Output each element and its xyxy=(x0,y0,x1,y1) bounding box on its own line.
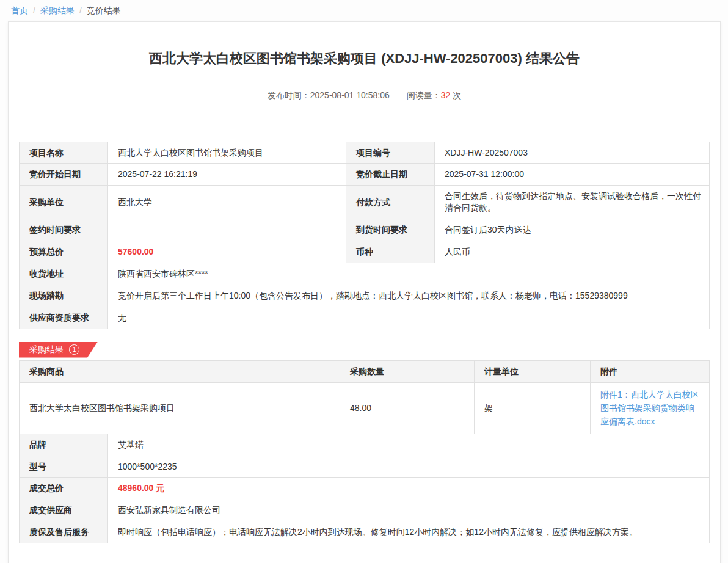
model-value: 1000*500*2235 xyxy=(108,456,710,478)
value-cell: 竞价开启后第三个工作日上午10:00（包含公告发布日），踏勘地点：西北大学太白校… xyxy=(108,285,710,307)
label-cell: 采购单位 xyxy=(20,186,108,219)
page-title: 西北大学太白校区图书馆书架采购项目 (XDJJ-HW-202507003) 结果… xyxy=(45,22,683,68)
content-area: 项目名称 西北大学太白校区图书馆书架采购项目 项目编号 XDJJ-HW-2025… xyxy=(9,142,720,544)
label-cell: 项目名称 xyxy=(20,142,108,164)
value-cell: 无 xyxy=(108,307,710,329)
breadcrumb-separator: / xyxy=(33,5,35,15)
attachment-cell: 附件1：西北大学太白校区图书馆书架采购货物类响应偏离表.docx xyxy=(591,382,710,434)
views-label: 阅读量： xyxy=(407,90,441,100)
column-header-unit: 计量单位 xyxy=(475,360,591,382)
project-info-table: 项目名称 西北大学太白校区图书馆书架采购项目 项目编号 XDJJ-HW-2025… xyxy=(19,142,710,329)
value-cell: 合同签订后30天内送达 xyxy=(435,219,710,241)
table-row: 品牌 艾基鍩 xyxy=(20,434,710,456)
breadcrumb: 首页/采购结果/竞价结果 xyxy=(0,0,728,21)
result-badge: 采购结果 1 xyxy=(19,342,98,358)
value-cell: 2025-07-22 16:21:19 xyxy=(108,164,346,186)
label-cell: 币种 xyxy=(346,241,435,263)
unit-cell: 架 xyxy=(475,382,591,434)
label-cell: 现场踏勘 xyxy=(20,285,108,307)
dashed-divider xyxy=(9,115,720,115)
table-header-row: 采购商品 采购数量 计量单位 附件 xyxy=(20,360,710,382)
label-cell: 项目编号 xyxy=(346,142,435,164)
value-cell: XDJJ-HW-202507003 xyxy=(435,142,710,164)
label-cell: 质保及售后服务 xyxy=(20,521,108,543)
brand-value: 艾基鍩 xyxy=(108,434,710,456)
label-cell: 收货地址 xyxy=(20,263,108,285)
table-row: 预算总价 57600.00 币种 人民币 xyxy=(20,241,710,263)
breadcrumb-home-link[interactable]: 首页 xyxy=(11,5,28,15)
label-cell: 成交总价 xyxy=(20,478,108,499)
table-row: 项目名称 西北大学太白校区图书馆书架采购项目 项目编号 XDJJ-HW-2025… xyxy=(20,142,710,164)
breadcrumb-results-link[interactable]: 采购结果 xyxy=(40,5,75,15)
value-cell: 2025-07-31 12:00:00 xyxy=(435,164,710,186)
announcement-card: 西北大学太白校区图书馆书架采购项目 (XDJJ-HW-202507003) 结果… xyxy=(8,21,721,563)
label-cell: 签约时间要求 xyxy=(20,219,108,241)
table-row: 收货地址 陕西省西安市碑林区**** xyxy=(20,263,710,285)
column-header-quantity: 采购数量 xyxy=(340,360,475,382)
article-meta: 发布时间：2025-08-01 10:58:06阅读量：32 次 xyxy=(9,90,720,101)
result-detail-table: 品牌 艾基鍩 型号 1000*500*2235 成交总价 48960.00 元 … xyxy=(19,434,710,543)
label-cell: 到货时间要求 xyxy=(346,219,435,241)
table-row: 质保及售后服务 即时响应（包括电话响应）；电话响应无法解决2小时内到达现场。修复… xyxy=(20,521,710,543)
label-cell: 成交供应商 xyxy=(20,499,108,521)
value-cell xyxy=(108,219,346,241)
label-cell: 付款方式 xyxy=(346,186,435,219)
result-count-badge: 1 xyxy=(69,344,79,355)
label-cell: 竞价开始日期 xyxy=(20,164,108,186)
table-row: 型号 1000*500*2235 xyxy=(20,456,710,478)
result-badge-label: 采购结果 xyxy=(29,344,64,355)
breadcrumb-separator: / xyxy=(79,5,82,15)
views-unit: 次 xyxy=(453,90,461,100)
label-cell: 预算总价 xyxy=(20,241,108,263)
table-row: 竞价开始日期 2025-07-22 16:21:19 竞价截止日期 2025-0… xyxy=(20,164,710,186)
result-item-table: 采购商品 采购数量 计量单位 附件 西北大学太白校区图书馆书架采购项目 48.0… xyxy=(19,360,710,434)
page: 首页/采购结果/竞价结果 西北大学太白校区图书馆书架采购项目 (XDJJ-HW-… xyxy=(0,0,728,563)
attachment-link[interactable]: 附件1：西北大学太白校区图书馆书架采购货物类响应偏离表.docx xyxy=(600,388,702,429)
table-row: 成交供应商 西安弘新家具制造有限公司 xyxy=(20,499,710,521)
value-cell: 西北大学 xyxy=(108,186,346,219)
column-header-product: 采购商品 xyxy=(20,360,340,382)
deal-total-price-value: 48960.00 元 xyxy=(108,478,710,499)
label-cell: 竞价截止日期 xyxy=(346,164,435,186)
publish-time-value: 2025-08-01 10:58:06 xyxy=(310,90,390,100)
product-name-cell: 西北大学太白校区图书馆书架采购项目 xyxy=(20,382,340,434)
publish-time-label: 发布时间： xyxy=(268,90,310,100)
table-row: 采购单位 西北大学 付款方式 合同生效后，待货物到达指定地点、安装调试验收合格后… xyxy=(20,186,710,219)
table-row: 现场踏勘 竞价开启后第三个工作日上午10:00（包含公告发布日），踏勘地点：西北… xyxy=(20,285,710,307)
table-row: 签约时间要求 到货时间要求 合同签订后30天内送达 xyxy=(20,219,710,241)
supplier-value: 西安弘新家具制造有限公司 xyxy=(108,499,710,521)
column-header-attachment: 附件 xyxy=(591,360,710,382)
breadcrumb-current: 竞价结果 xyxy=(87,5,121,15)
warranty-value: 即时响应（包括电话响应）；电话响应无法解决2小时内到达现场。修复时间12小时内解… xyxy=(108,521,710,543)
label-cell: 品牌 xyxy=(20,434,108,456)
value-cell: 合同生效后，待货物到达指定地点、安装调试验收合格后，一次性付清合同货款。 xyxy=(435,186,710,219)
label-cell: 供应商资质要求 xyxy=(20,307,108,329)
budget-total-value: 57600.00 xyxy=(108,241,346,263)
value-cell: 西北大学太白校区图书馆书架采购项目 xyxy=(108,142,346,164)
value-cell: 陕西省西安市碑林区**** xyxy=(108,263,710,285)
label-cell: 型号 xyxy=(20,456,108,478)
quantity-cell: 48.00 xyxy=(340,382,475,434)
value-cell: 人民币 xyxy=(435,241,710,263)
table-row: 成交总价 48960.00 元 xyxy=(20,478,710,499)
result-item-row: 西北大学太白校区图书馆书架采购项目 48.00 架 附件1：西北大学太白校区图书… xyxy=(20,382,710,434)
result-section-header: 采购结果 1 xyxy=(19,342,710,358)
table-row: 供应商资质要求 无 xyxy=(20,307,710,329)
views-count: 32 xyxy=(441,90,451,100)
